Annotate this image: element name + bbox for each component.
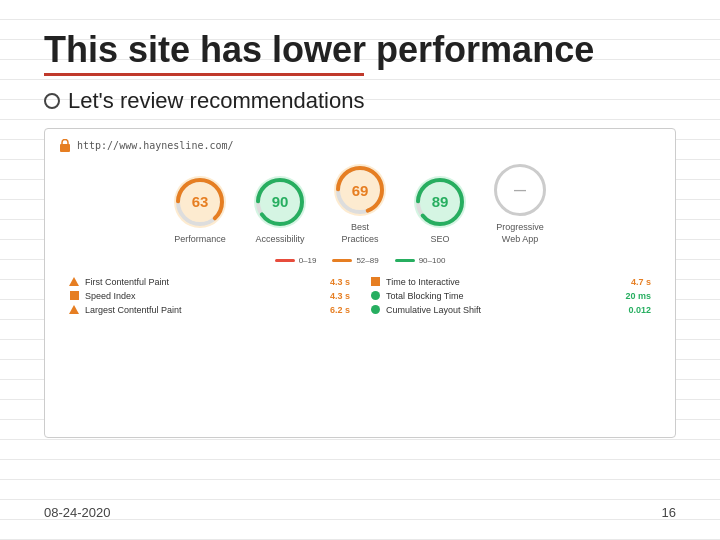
metric-row: First Contentful Paint 4.3 s [69, 277, 350, 287]
legend-label: 0–19 [299, 256, 317, 265]
square-icon [70, 291, 79, 300]
legend-dot [332, 259, 352, 262]
score-label-best-practices: BestPractices [341, 222, 378, 245]
score-value-performance: 63 [192, 193, 209, 210]
metric-row: Time to Interactive 4.7 s [370, 277, 651, 287]
legend-item: 90–100 [395, 256, 446, 265]
score-label-performance: Performance [174, 234, 226, 246]
score-item-best-practices: 69 BestPractices [334, 164, 386, 245]
score-label-pwa: ProgressiveWeb App [496, 222, 544, 245]
metric-row: Largest Contentful Paint 6.2 s [69, 305, 350, 315]
metric-value: 6.2 s [320, 305, 350, 315]
metric-value: 4.3 s [320, 291, 350, 301]
circle-icon [371, 291, 380, 300]
circle-icon [371, 305, 380, 314]
metric-name: Speed Index [85, 291, 314, 301]
browser-card: http://www.haynesline.com/ 63 Performanc… [44, 128, 676, 438]
metric-icon [370, 277, 380, 287]
scores-row: 63 Performance 90 Accessibility [59, 164, 661, 245]
metric-name: Cumulative Layout Shift [386, 305, 615, 315]
slide-subtitle: Let's review recommendations [68, 88, 364, 114]
metric-icon [69, 305, 79, 315]
score-item-pwa: — ProgressiveWeb App [494, 164, 546, 245]
footer-date: 08-24-2020 [44, 505, 111, 520]
metric-value: 4.7 s [621, 277, 651, 287]
url-bar: http://www.haynesline.com/ [59, 139, 661, 152]
metric-value: 4.3 s [320, 277, 350, 287]
metric-name: Largest Contentful Paint [85, 305, 314, 315]
legend-label: 52–89 [356, 256, 378, 265]
footer: 08-24-2020 16 [44, 497, 676, 520]
legend-dot [275, 259, 295, 262]
metric-icon [69, 291, 79, 301]
metrics-table: First Contentful Paint 4.3 s Time to Int… [59, 277, 661, 315]
score-circle-accessibility: 90 [254, 176, 306, 228]
metric-row: Speed Index 4.3 s [69, 291, 350, 301]
score-circle-seo: 89 [414, 176, 466, 228]
score-label-seo: SEO [430, 234, 449, 246]
metric-value: 0.012 [621, 305, 651, 315]
metric-row: Cumulative Layout Shift 0.012 [370, 305, 651, 315]
score-item-seo: 89 SEO [414, 176, 466, 246]
metric-icon [370, 305, 380, 315]
lock-icon [59, 139, 71, 152]
metric-name: Time to Interactive [386, 277, 615, 287]
title-underline [44, 73, 364, 76]
score-na: — [494, 164, 546, 216]
svg-rect-0 [60, 144, 70, 152]
metric-name: Total Blocking Time [386, 291, 615, 301]
bullet-icon [44, 93, 60, 109]
score-circle-performance: 63 [174, 176, 226, 228]
score-value-best-practices: 69 [352, 182, 369, 199]
score-item-accessibility: 90 Accessibility [254, 176, 306, 246]
score-item-performance: 63 Performance [174, 176, 226, 246]
metric-icon [370, 291, 380, 301]
metric-row: Total Blocking Time 20 ms [370, 291, 651, 301]
triangle-icon [69, 277, 79, 286]
score-label-accessibility: Accessibility [255, 234, 304, 246]
metric-value: 20 ms [621, 291, 651, 301]
score-value-seo: 89 [432, 193, 449, 210]
legend-row: 0–19 52–89 90–100 [59, 256, 661, 265]
legend-item: 52–89 [332, 256, 378, 265]
triangle-icon [69, 305, 79, 314]
metric-icon [69, 277, 79, 287]
slide-title: This site has lower performance [44, 28, 676, 71]
subtitle-row: Let's review recommendations [44, 88, 676, 114]
legend-dot [395, 259, 415, 262]
score-circle-best-practices: 69 [334, 164, 386, 216]
url-text: http://www.haynesline.com/ [77, 140, 234, 151]
legend-label: 90–100 [419, 256, 446, 265]
legend-item: 0–19 [275, 256, 317, 265]
square-icon [371, 277, 380, 286]
footer-page: 16 [662, 505, 676, 520]
score-value-accessibility: 90 [272, 193, 289, 210]
metric-name: First Contentful Paint [85, 277, 314, 287]
